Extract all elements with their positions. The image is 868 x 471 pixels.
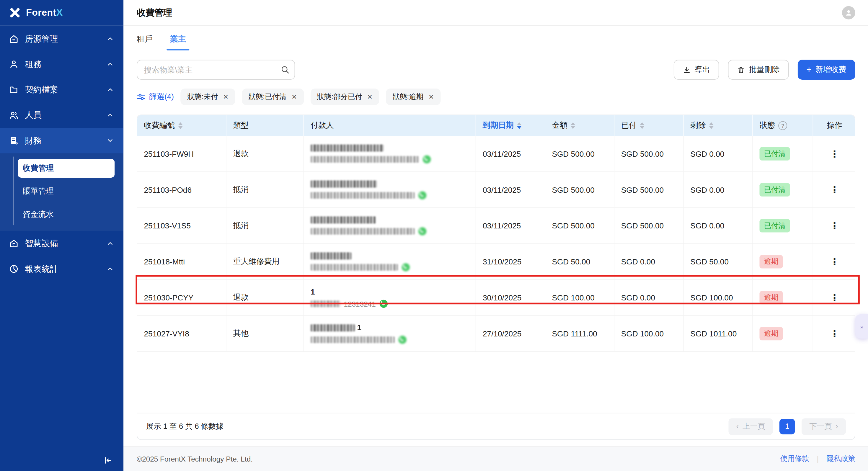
brand-logo: ForentX <box>0 0 123 26</box>
prev-page-button[interactable]: ‹ 上一頁 <box>728 418 773 435</box>
filter-chip: 狀態:已付清✕ <box>242 89 304 105</box>
search-icon[interactable] <box>281 65 290 74</box>
whatsapp-icon[interactable] <box>398 335 407 344</box>
whatsapp-icon[interactable] <box>418 191 427 199</box>
table-row[interactable]: 251103-V1S5抵消03/11/2025SGD 500.00SGD 500… <box>137 208 855 244</box>
payer-contact <box>311 263 410 272</box>
row-actions-menu-icon[interactable]: ⋮ <box>830 293 839 303</box>
sidebar-item-tenancy[interactable]: 租務 <box>0 51 123 77</box>
sidebar-item-reports[interactable]: 報表統計 <box>0 256 123 282</box>
cell-charge-id: 251018-Mtti <box>137 244 226 280</box>
search-input[interactable] <box>137 60 295 80</box>
page-number-button[interactable]: 1 <box>779 418 795 434</box>
column-header-7[interactable]: 剩餘 <box>683 115 752 136</box>
cell-paid: SGD 0.00 <box>614 280 683 315</box>
payer-contact-redacted <box>311 228 415 234</box>
sort-icon[interactable] <box>640 122 645 129</box>
sidebar-item-label: 人員 <box>25 110 101 120</box>
sort-icon[interactable] <box>178 122 183 129</box>
sidebar-item-properties[interactable]: 房源管理 <box>0 26 123 51</box>
tab-bar: 租戶業主 <box>123 34 868 50</box>
sidebar-item-finance[interactable]: $財務 <box>0 128 123 153</box>
payer-contact <box>311 155 431 163</box>
chip-close-icon[interactable]: ✕ <box>367 93 373 101</box>
sort-icon[interactable] <box>709 122 714 129</box>
whatsapp-icon[interactable] <box>423 155 431 163</box>
cell-actions: ⋮ <box>813 136 855 171</box>
cell-amount: SGD 500.00 <box>545 172 614 208</box>
column-header-5[interactable]: 金額 <box>545 115 614 136</box>
sort-icon[interactable] <box>571 122 575 129</box>
table-row[interactable]: 251103-POd6抵消03/11/2025SGD 500.00SGD 500… <box>137 172 855 208</box>
filter-trigger[interactable]: 篩選(4) <box>137 92 174 102</box>
footer-link[interactable]: 使用條款 <box>780 454 809 464</box>
bulk-delete-button[interactable]: 批量刪除 <box>728 60 788 80</box>
payer-contact-redacted <box>311 337 395 343</box>
chip-close-icon[interactable]: ✕ <box>291 93 297 101</box>
column-header-2: 類型 <box>226 115 304 136</box>
floating-helper-button[interactable]: ›‹ <box>855 314 868 339</box>
tab-owner[interactable]: 業主 <box>170 34 186 50</box>
table-row[interactable]: 251030-PCYY退款11231324130/10/2025SGD 100.… <box>137 280 855 316</box>
sidebar-item-smart-devices[interactable]: 智慧設備 <box>0 231 123 256</box>
download-icon <box>682 65 690 74</box>
sidebar-subitem-bills[interactable]: 賬單管理 <box>18 180 115 203</box>
cell-charge-type: 退款 <box>226 136 304 171</box>
cell-due-date: 31/10/2025 <box>476 244 545 280</box>
chip-close-icon[interactable]: ✕ <box>223 93 228 101</box>
sidebar-collapse-button[interactable] <box>102 455 114 466</box>
sidebar-item-people[interactable]: 人員 <box>0 102 123 128</box>
whatsapp-icon[interactable] <box>418 227 427 236</box>
row-actions-menu-icon[interactable]: ⋮ <box>830 221 839 230</box>
results-summary: 展示 1 至 6 共 6 條數據 <box>146 421 223 432</box>
sidebar-subitem-cashflow[interactable]: 資金流水 <box>18 203 115 226</box>
sort-icon[interactable] <box>517 122 521 129</box>
row-actions-menu-icon[interactable]: ⋮ <box>830 329 839 339</box>
column-header-6[interactable]: 已付 <box>614 115 683 136</box>
cell-due-date: 03/11/2025 <box>476 136 545 171</box>
column-header-4[interactable]: 到期日期 <box>476 115 545 136</box>
cell-amount: SGD 500.00 <box>545 208 614 244</box>
add-charge-button[interactable]: + 新增收费 <box>798 60 855 80</box>
filter-chip-label: 狀態:已付清 <box>249 92 287 102</box>
column-header-1[interactable]: 收費編號 <box>137 115 226 136</box>
export-button[interactable]: 導出 <box>674 60 719 80</box>
row-actions-menu-icon[interactable]: ⋮ <box>830 149 839 158</box>
next-page-button[interactable]: 下一頁 › <box>802 418 846 435</box>
cell-actions: ⋮ <box>813 172 855 208</box>
user-icon <box>844 8 853 17</box>
cell-charge-id: 251103-V1S5 <box>137 208 226 244</box>
footer-link[interactable]: 隱私政策 <box>826 454 855 464</box>
users-icon <box>9 110 19 120</box>
chip-close-icon[interactable]: ✕ <box>428 93 434 101</box>
user-avatar[interactable] <box>842 6 855 20</box>
cell-payer <box>304 172 476 208</box>
sidebar-item-label: 房源管理 <box>25 33 101 44</box>
row-actions-menu-icon[interactable]: ⋮ <box>830 257 839 266</box>
status-badge: 已付清 <box>760 147 790 161</box>
chevron-left-icon: ‹ <box>736 422 739 431</box>
table-row[interactable]: 251103-FW9H退款03/11/2025SGD 500.00SGD 500… <box>137 136 855 172</box>
column-header-8: 狀態? <box>752 115 812 136</box>
column-label: 剩餘 <box>690 121 706 131</box>
whatsapp-icon[interactable] <box>379 299 388 308</box>
table-row[interactable]: 251027-VYI8其他127/10/2025SGD 1111.00SGD 1… <box>137 316 855 352</box>
cell-payer <box>304 136 476 171</box>
cell-actions: ⋮ <box>813 244 855 280</box>
cell-actions: ⋮ <box>813 316 855 351</box>
help-icon[interactable]: ? <box>778 121 787 130</box>
user-icon <box>9 59 19 69</box>
row-actions-menu-icon[interactable]: ⋮ <box>830 185 839 194</box>
sidebar-subitem-charges[interactable]: 收費管理 <box>18 159 115 178</box>
next-page-label: 下一頁 <box>809 421 832 432</box>
filter-chip-label: 狀態:未付 <box>187 92 218 102</box>
payer-name <box>311 180 377 187</box>
sidebar-item-label: 報表統計 <box>25 263 101 274</box>
cell-due-date: 03/11/2025 <box>476 172 545 208</box>
payer-contact-redacted <box>311 156 419 163</box>
whatsapp-icon[interactable] <box>401 263 410 272</box>
table-row[interactable]: 251018-Mtti重大維修費用31/10/2025SGD 50.00SGD … <box>137 244 855 280</box>
pagination: ‹ 上一頁 1 下一頁 › <box>728 418 846 435</box>
sidebar-item-contracts[interactable]: 契約檔案 <box>0 77 123 102</box>
tab-tenant[interactable]: 租戶 <box>137 34 153 50</box>
